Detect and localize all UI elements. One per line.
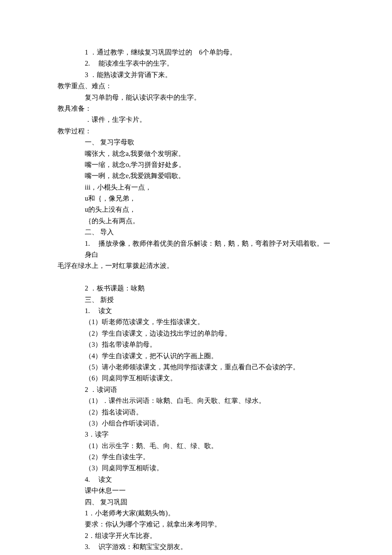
text-line: 2 ．读词语 <box>58 384 334 395</box>
text-line: 1. 播放录像，教师伴着优美的音乐解读：鹅，鹅，鹅，弯着脖子对天唱着歌。一身白 <box>58 238 334 261</box>
text-line: 嘴一咧，就念e,我爱跳舞爱唱歌。 <box>58 170 334 181</box>
text-line: 3 ．能熟读课文并背诵下来。 <box>58 69 334 81</box>
text-line: 嘴一缩，就念o,学习拼音好处多。 <box>58 159 334 170</box>
text-line: （4）学生自读课文，把不认识的字画上圈。 <box>58 351 334 362</box>
text-line: （3）小组合作听读词语。 <box>58 418 334 429</box>
text-line: （2）学生自读生字。 <box>58 451 334 463</box>
text-line: u和｛，像兄弟， <box>58 193 334 204</box>
text-line: 2．组读字开火车比赛。 <box>58 530 334 541</box>
text-line: （1）．课件出示词语：咏鹅、白毛、向天歌、红掌、绿水。 <box>58 395 334 406</box>
text-line: 1. 读文 <box>58 305 334 316</box>
text-line: （3）指名带读单韵母。 <box>58 339 334 350</box>
lesson-plan-body: 1 ．通过教学，继续复习巩固学过的 6个单韵母。2. 能读准生字表中的生字。3 … <box>58 47 334 553</box>
text-line: 一、 复习字母歌 <box>58 137 334 148</box>
text-line: 嘴张大，就念a,我要做个发明家。 <box>58 148 334 159</box>
text-line: 4. 读文 <box>58 474 334 485</box>
text-line: （3）同桌同学互相听读。 <box>58 463 334 474</box>
text-line: 2. 能读准生字表中的生字。 <box>58 58 334 69</box>
text-line: 要求：你认为哪个字难记，就拿出来考同学。 <box>58 519 334 530</box>
text-line: 复习单韵母，能认读识字表中的生字。 <box>58 92 334 103</box>
text-line: 四、 复习巩固 <box>58 497 334 508</box>
text-line: （6）同桌同学互相听读课文。 <box>58 373 334 384</box>
text-line: 3. 识字游戏：和鹅宝宝交朋友。 <box>58 541 334 552</box>
text-line: 3．读字 <box>58 429 334 440</box>
document-page: 1 ．通过教学，继续复习巩固学过的 6个单韵母。2. 能读准生字表中的生字。3 … <box>0 0 392 555</box>
text-line: 二、 导入 <box>58 227 334 238</box>
text-line: 三、 新授 <box>58 294 334 305</box>
text-line: u的头上没有点， <box>58 204 334 215</box>
text-line: 教学过程： <box>58 126 334 137</box>
text-line: 1．小老师考大家(戴鹅头饰)。 <box>58 508 334 519</box>
text-line: （1）听老师范读课文，学生指读课文。 <box>58 316 334 328</box>
text-line: （5）请小老师领读课文，其他同学指读课文，重点看自己不会读的字。 <box>58 362 334 373</box>
text-line: 教具准备： <box>58 103 334 114</box>
text-line: 毛浮在绿水上，一对红掌拨起清水波。 <box>58 260 334 271</box>
text-line: 教学重点、难点： <box>58 81 334 92</box>
text-line: ．课件，生字卡片。 <box>58 114 334 125</box>
text-line: 课中休息一一 <box>58 485 334 496</box>
text-line: 1 ．通过教学，继续复习巩固学过的 6个单韵母。 <box>58 47 334 58</box>
blank-line <box>58 272 334 283</box>
text-line: ｛的头上有两点。 <box>58 216 334 227</box>
text-line: （2）指名读词语。 <box>58 407 334 418</box>
text-line: iii，小棍头上有一点， <box>58 182 334 193</box>
text-line: （1）出示生字：鹅、毛、向、红、绿、歌。 <box>58 440 334 451</box>
text-line: 2 ．板书课题：咏鹅 <box>58 283 334 294</box>
text-line: （2）学生自读课文，边读边找出学过的单韵母。 <box>58 328 334 339</box>
